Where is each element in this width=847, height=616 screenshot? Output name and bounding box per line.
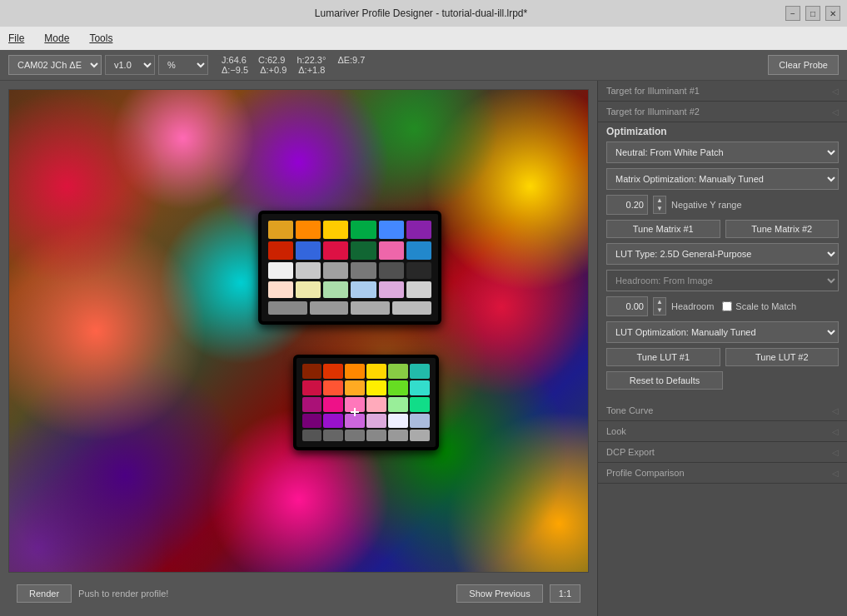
scale-to-match-checkbox[interactable] bbox=[722, 301, 732, 311]
metric-c: C:62.9 bbox=[258, 55, 285, 65]
headroom-input[interactable] bbox=[606, 296, 648, 316]
metric-j: J:64.6 bbox=[222, 55, 247, 65]
scale-to-match-label: Scale to Match bbox=[735, 301, 796, 311]
menu-tools[interactable]: Tools bbox=[84, 31, 117, 46]
image-container bbox=[8, 89, 589, 573]
tone-curve-arrow: ◁ bbox=[832, 406, 839, 415]
close-button[interactable]: ✕ bbox=[825, 6, 840, 21]
metric-delta-c: Δ:+0.9 bbox=[260, 65, 286, 75]
target2-label: Target for Illuminant #2 bbox=[606, 107, 700, 117]
menu-bar: File Mode Tools bbox=[0, 27, 847, 50]
target1-item[interactable]: Target for Illuminant #1 ◁ bbox=[598, 81, 847, 102]
neg-y-label: Negative Y range bbox=[671, 200, 742, 210]
target1-label: Target for Illuminant #1 bbox=[606, 86, 700, 96]
tune-matrix2-button[interactable]: Tune Matrix #2 bbox=[725, 220, 840, 238]
maximize-button[interactable]: □ bbox=[805, 6, 820, 21]
scale-to-match-wrapper: Scale to Match bbox=[722, 301, 796, 311]
tone-curve-label: Tone Curve bbox=[606, 405, 653, 415]
headroom-value-row: ▲ ▼ Headroom Scale to Match bbox=[598, 294, 847, 319]
neutral-select[interactable]: Neutral: From White Patch bbox=[606, 142, 839, 163]
tune-lut1-button[interactable]: Tune LUT #1 bbox=[606, 348, 720, 366]
window-title: Lumariver Profile Designer - tutorial-du… bbox=[57, 7, 785, 19]
reset-defaults-button[interactable]: Reset to Defaults bbox=[606, 371, 723, 390]
main-container: CAM02 JCh ΔE v1.0 % J:64.6 C:62.9 h:22.3… bbox=[0, 50, 847, 616]
headroom-select-row: Headroom: From Image bbox=[598, 267, 847, 294]
look-item[interactable]: Look ◁ bbox=[598, 421, 847, 442]
matrix-row: Matrix Optimization: Manually Tuned bbox=[598, 166, 847, 192]
neg-y-down[interactable]: ▼ bbox=[654, 205, 665, 213]
neg-y-spinner: ▲ ▼ bbox=[653, 196, 666, 214]
optimization-header: Optimization bbox=[598, 122, 847, 139]
tune-lut2-button[interactable]: Tune LUT #2 bbox=[725, 348, 840, 366]
ratio-button[interactable]: 1:1 bbox=[550, 584, 580, 603]
metric-delta-h: Δ:+1.8 bbox=[298, 65, 325, 75]
lut-opt-select[interactable]: LUT Optimization: Manually Tuned bbox=[606, 321, 839, 343]
dcp-export-arrow: ◁ bbox=[832, 448, 839, 457]
lut-type-select[interactable]: LUT Type: 2.5D General-Purpose bbox=[606, 243, 839, 265]
lut-type-row: LUT Type: 2.5D General-Purpose bbox=[598, 241, 847, 267]
title-bar: Lumariver Profile Designer - tutorial-du… bbox=[0, 0, 847, 27]
target1-arrow: ◁ bbox=[832, 87, 839, 96]
neg-y-up[interactable]: ▲ bbox=[654, 196, 665, 205]
colorspace-select[interactable]: CAM02 JCh ΔE bbox=[8, 55, 102, 75]
menu-file[interactable]: File bbox=[3, 31, 29, 46]
show-previous-button[interactable]: Show Previous bbox=[456, 584, 542, 603]
unit-select[interactable]: % bbox=[158, 55, 208, 75]
version-select[interactable]: v1.0 bbox=[105, 55, 155, 75]
metric-delta-e: ΔE:9.7 bbox=[337, 55, 365, 65]
profile-comparison-label: Profile Comparison bbox=[606, 468, 685, 478]
headroom-label: Headroom bbox=[671, 301, 714, 311]
menu-mode[interactable]: Mode bbox=[39, 31, 74, 46]
metric-delta-j: Δ:−9.5 bbox=[222, 65, 248, 75]
look-arrow: ◁ bbox=[832, 427, 839, 436]
right-panel: Target for Illuminant #1 ◁ Target for Il… bbox=[597, 81, 847, 616]
tune-lut-row: Tune LUT #1 Tune LUT #2 bbox=[598, 345, 847, 369]
lut-opt-row: LUT Optimization: Manually Tuned bbox=[598, 319, 847, 345]
optimization-label: Optimization bbox=[606, 126, 667, 137]
headroom-down[interactable]: ▼ bbox=[654, 306, 665, 315]
headroom-up[interactable]: ▲ bbox=[654, 298, 665, 306]
target2-arrow: ◁ bbox=[832, 107, 839, 117]
dcp-export-label: DCP Export bbox=[606, 447, 655, 457]
neg-y-input[interactable] bbox=[606, 195, 648, 215]
render-hint: Push to render profile! bbox=[78, 589, 168, 599]
profile-comparison-arrow: ◁ bbox=[832, 469, 839, 478]
minimize-button[interactable]: − bbox=[785, 6, 800, 21]
tone-curve-item[interactable]: Tone Curve ◁ bbox=[598, 400, 847, 421]
image-panel: Render Push to render profile! Show Prev… bbox=[0, 81, 597, 616]
dcp-export-item[interactable]: DCP Export ◁ bbox=[598, 442, 847, 463]
headroom-select[interactable]: Headroom: From Image bbox=[606, 270, 839, 291]
window-controls[interactable]: − □ ✕ bbox=[785, 6, 840, 21]
reset-row: Reset to Defaults bbox=[598, 369, 847, 392]
tune-matrix1-button[interactable]: Tune Matrix #1 bbox=[606, 220, 720, 238]
matrix-select[interactable]: Matrix Optimization: Manually Tuned bbox=[606, 168, 839, 190]
target2-item[interactable]: Target for Illuminant #2 ◁ bbox=[598, 102, 847, 122]
metric-h: h:22.3° bbox=[296, 55, 326, 65]
toolbar-left: CAM02 JCh ΔE v1.0 % bbox=[8, 55, 208, 75]
look-label: Look bbox=[606, 426, 626, 436]
tune-matrix-row: Tune Matrix #1 Tune Matrix #2 bbox=[598, 217, 847, 241]
content-area: Render Push to render profile! Show Prev… bbox=[0, 81, 847, 616]
neutral-row: Neutral: From White Patch bbox=[598, 139, 847, 166]
render-button[interactable]: Render bbox=[17, 584, 72, 603]
toolbar-metrics: J:64.6 C:62.9 h:22.3° ΔE:9.7 Δ:−9.5 Δ:+0… bbox=[222, 55, 365, 75]
toolbar: CAM02 JCh ΔE v1.0 % J:64.6 C:62.9 h:22.3… bbox=[0, 50, 847, 81]
status-bar: Render Push to render profile! Show Prev… bbox=[8, 579, 589, 608]
neg-y-row: ▲ ▼ Negative Y range bbox=[598, 192, 847, 217]
profile-comparison-item[interactable]: Profile Comparison ◁ bbox=[598, 463, 847, 484]
clear-probe-button[interactable]: Clear Probe bbox=[768, 55, 839, 75]
headroom-spinner: ▲ ▼ bbox=[653, 297, 666, 315]
